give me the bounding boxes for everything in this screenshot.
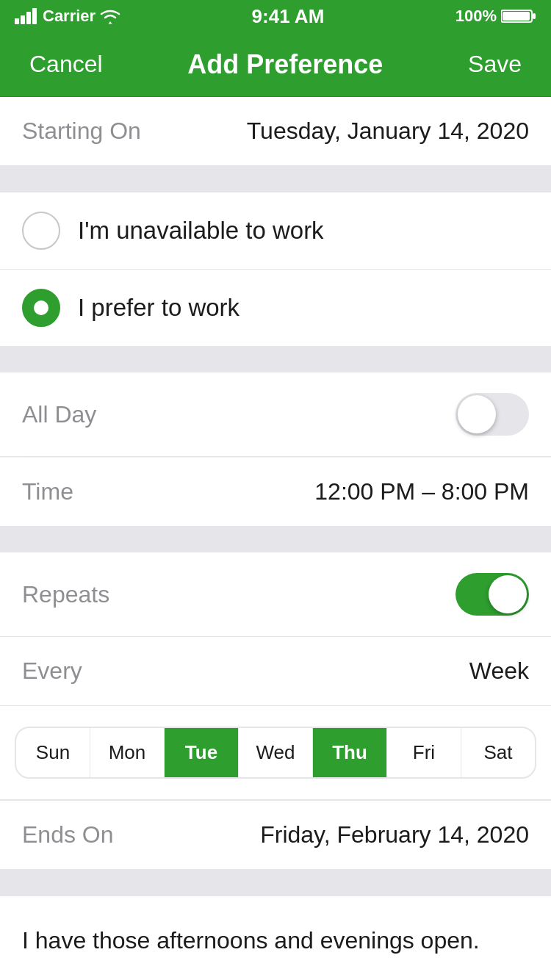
starting-on-label: Starting On [22, 118, 141, 145]
nav-bar: Cancel Add Preference Save [0, 32, 551, 97]
prefer-work-label: I prefer to work [78, 294, 240, 322]
every-value: Week [469, 657, 529, 685]
prefer-work-option[interactable]: I prefer to work [0, 270, 551, 346]
footer-note: I have those afternoons and evenings ope… [0, 896, 551, 980]
ends-on-label: Ends On [22, 821, 114, 849]
wifi-icon [100, 8, 120, 24]
days-container: Sun Mon Tue Wed Thu Fri Sat [15, 727, 536, 779]
day-thu[interactable]: Thu [313, 728, 387, 777]
ends-on-value: Friday, February 14, 2020 [260, 821, 529, 849]
svg-rect-3 [32, 8, 37, 24]
all-day-row[interactable]: All Day [0, 372, 551, 457]
footer-note-text: I have those afternoons and evenings ope… [22, 927, 480, 954]
battery-icon [501, 8, 536, 24]
status-left: Carrier [15, 7, 120, 26]
all-day-toggle[interactable] [455, 393, 529, 436]
day-mon[interactable]: Mon [90, 728, 165, 777]
day-tue[interactable]: Tue [165, 728, 239, 777]
unavailable-label: I'm unavailable to work [78, 217, 324, 245]
save-button[interactable]: Save [461, 43, 529, 85]
repeats-toggle-thumb [489, 575, 527, 613]
section-separator-2 [0, 346, 551, 372]
status-bar: Carrier 9:41 AM 100% [0, 0, 551, 32]
unavailable-option[interactable]: I'm unavailable to work [0, 192, 551, 270]
day-fri[interactable]: Fri [387, 728, 461, 777]
repeats-label: Repeats [22, 581, 109, 608]
svg-rect-6 [503, 12, 530, 21]
repeats-toggle[interactable] [455, 573, 529, 616]
day-wed[interactable]: Wed [239, 728, 313, 777]
section-separator-1 [0, 166, 551, 192]
all-day-label: All Day [22, 401, 96, 428]
every-label: Every [22, 657, 82, 685]
day-sat[interactable]: Sat [461, 728, 535, 777]
prefer-work-radio[interactable] [22, 289, 60, 327]
repeats-row[interactable]: Repeats [0, 552, 551, 637]
every-row[interactable]: Every Week [0, 637, 551, 706]
svg-rect-1 [21, 15, 25, 24]
signal-icon [15, 8, 38, 24]
time-label: Time [22, 478, 73, 505]
starting-on-row[interactable]: Starting On Tuesday, January 14, 2020 [0, 97, 551, 166]
battery-label: 100% [455, 7, 497, 26]
svg-rect-2 [26, 12, 31, 24]
preference-type-group: I'm unavailable to work I prefer to work [0, 192, 551, 346]
ends-on-row[interactable]: Ends On Friday, February 14, 2020 [0, 800, 551, 870]
svg-rect-5 [533, 13, 536, 19]
all-day-toggle-thumb [458, 395, 496, 433]
page-title: Add Preference [187, 49, 383, 80]
day-sun[interactable]: Sun [16, 728, 90, 777]
days-picker-row: Sun Mon Tue Wed Thu Fri Sat [0, 706, 551, 800]
unavailable-radio[interactable] [22, 212, 60, 250]
status-time: 9:41 AM [252, 5, 325, 28]
svg-rect-0 [15, 18, 19, 24]
cancel-button[interactable]: Cancel [22, 43, 110, 85]
time-row[interactable]: Time 12:00 PM – 8:00 PM [0, 458, 551, 526]
carrier-label: Carrier [43, 7, 96, 26]
status-right: 100% [455, 7, 536, 26]
section-separator-4 [0, 870, 551, 896]
starting-on-value: Tuesday, January 14, 2020 [247, 118, 529, 145]
section-separator-3 [0, 526, 551, 552]
time-value: 12:00 PM – 8:00 PM [314, 478, 529, 505]
